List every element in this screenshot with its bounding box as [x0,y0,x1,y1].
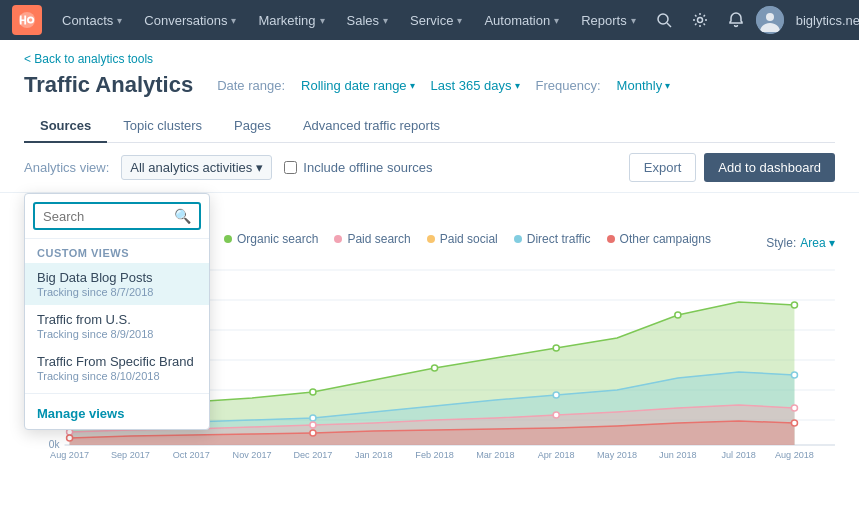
data-point [432,365,438,371]
dropdown-item-sub-1: Tracking since 8/9/2018 [37,328,197,340]
svg-text:Feb 2018: Feb 2018 [415,450,453,460]
chevron-down-icon: ▾ [383,15,388,26]
dropdown-item-2[interactable]: Traffic From Specific Brand Tracking sin… [25,347,209,389]
svg-text:Aug 2018: Aug 2018 [775,450,814,460]
svg-text:Jun 2018: Jun 2018 [659,450,696,460]
notifications-icon-button[interactable] [720,4,752,36]
tabs-bar: Sources Topic clusters Pages Advanced tr… [24,110,835,143]
legend-dot-other [607,235,615,243]
dropdown-item-name-1: Traffic from U.S. [37,312,197,327]
legend-other-campaigns: Other campaigns [607,232,711,246]
toolbar-right: Export Add to dashboard [629,153,835,182]
account-domain[interactable]: biglytics.net ▾ [788,13,859,28]
frequency-filter[interactable]: Monthly ▾ [617,78,671,93]
page-title-row: Traffic Analytics Date range: Rolling da… [24,72,835,98]
data-point [675,312,681,318]
analytics-toolbar: Analytics view: All analytics activities… [0,143,859,193]
nav-automation[interactable]: Automation ▾ [474,0,569,40]
svg-point-3 [697,18,702,23]
include-offline-checkbox[interactable]: Include offline sources [284,160,432,175]
svg-text:Nov 2017: Nov 2017 [233,450,272,460]
data-point [553,392,559,398]
date-range-filter[interactable]: Rolling date range ▾ [301,78,415,93]
chevron-down-icon: ▾ [256,160,263,175]
dropdown-divider [25,393,209,394]
style-select[interactable]: Area ▾ [800,236,835,250]
chevron-down-icon: ▾ [665,80,670,91]
svg-text:Jan 2018: Jan 2018 [355,450,392,460]
breadcrumb[interactable]: < Back to analytics tools [24,52,835,66]
chevron-down-icon: ▾ [829,236,835,250]
data-point [310,415,316,421]
dropdown-item-sub-2: Tracking since 8/10/2018 [37,370,197,382]
tab-sources[interactable]: Sources [24,110,107,143]
tab-advanced-traffic[interactable]: Advanced traffic reports [287,110,456,143]
legend-paid-search: Paid search [334,232,410,246]
dropdown-panel: 🔍 Custom views Big Data Blog Posts Track… [24,193,210,430]
page-header: < Back to analytics tools Traffic Analyt… [0,40,859,98]
data-point [310,430,316,436]
add-to-dashboard-button[interactable]: Add to dashboard [704,153,835,182]
chevron-down-icon: ▾ [231,15,236,26]
chevron-down-icon: ▾ [631,15,636,26]
svg-text:Sep 2017: Sep 2017 [111,450,150,460]
dropdown-items-list: Big Data Blog Posts Tracking since 8/7/2… [25,263,209,389]
offline-checkbox-input[interactable] [284,161,297,174]
search-icon: 🔍 [174,208,191,224]
svg-text:Jul 2018: Jul 2018 [721,450,755,460]
dropdown-item-sub-0: Tracking since 8/7/2018 [37,286,197,298]
analytics-view-select[interactable]: All analytics activities ▾ [121,155,272,180]
filter-group: Date range: Rolling date range ▾ Last 36… [217,78,670,93]
manage-views-link[interactable]: Manage views [25,398,209,429]
legend-dot-paid-social [427,235,435,243]
svg-point-1 [658,14,668,24]
chevron-down-icon: ▾ [320,15,325,26]
search-input-wrapper: 🔍 [33,202,201,230]
style-control: Style: Area ▾ [766,236,835,250]
nav-marketing[interactable]: Marketing ▾ [248,0,334,40]
settings-icon-button[interactable] [684,4,716,36]
chevron-down-icon: ▾ [554,15,559,26]
chevron-down-icon: ▾ [410,80,415,91]
svg-point-5 [766,13,774,21]
chevron-down-icon: ▾ [117,15,122,26]
data-point [553,345,559,351]
data-point [310,422,316,428]
tab-pages[interactable]: Pages [218,110,287,143]
legend-dot-paid-search [334,235,342,243]
data-point [791,405,797,411]
user-avatar[interactable] [756,6,784,34]
dropdown-item-name-0: Big Data Blog Posts [37,270,197,285]
svg-text:Apr 2018: Apr 2018 [538,450,575,460]
dropdown-item-0[interactable]: Big Data Blog Posts Tracking since 8/7/2… [25,263,209,305]
legend-paid-social: Paid social [427,232,498,246]
chart-area: Sessions ▾ 🔍 Custom views Big Data Blog … [0,193,859,463]
nav-conversations[interactable]: Conversations ▾ [134,0,246,40]
tab-topic-clusters[interactable]: Topic clusters [107,110,218,143]
custom-views-dropdown: 🔍 Custom views Big Data Blog Posts Track… [24,193,210,430]
custom-views-section-label: Custom views [25,239,209,263]
hubspot-logo[interactable] [12,5,42,35]
svg-text:Aug 2017: Aug 2017 [50,450,89,460]
svg-line-2 [667,23,671,27]
data-point [791,302,797,308]
svg-text:Oct 2017: Oct 2017 [173,450,210,460]
svg-text:Dec 2017: Dec 2017 [293,450,332,460]
data-point [791,420,797,426]
legend-organic-search: Organic search [224,232,318,246]
search-icon-button[interactable] [648,4,680,36]
dropdown-search-area: 🔍 [25,194,209,239]
nav-sales[interactable]: Sales ▾ [337,0,399,40]
dropdown-item-1[interactable]: Traffic from U.S. Tracking since 8/9/201… [25,305,209,347]
nav-reports[interactable]: Reports ▾ [571,0,646,40]
legend-dot-direct [514,235,522,243]
export-button[interactable]: Export [629,153,697,182]
page-title: Traffic Analytics [24,72,193,98]
search-input[interactable] [43,209,168,224]
svg-text:0k: 0k [49,439,61,450]
period-filter[interactable]: Last 365 days ▾ [431,78,520,93]
svg-text:Mar 2018: Mar 2018 [476,450,514,460]
chevron-down-icon: ▾ [457,15,462,26]
nav-contacts[interactable]: Contacts ▾ [52,0,132,40]
nav-service[interactable]: Service ▾ [400,0,472,40]
